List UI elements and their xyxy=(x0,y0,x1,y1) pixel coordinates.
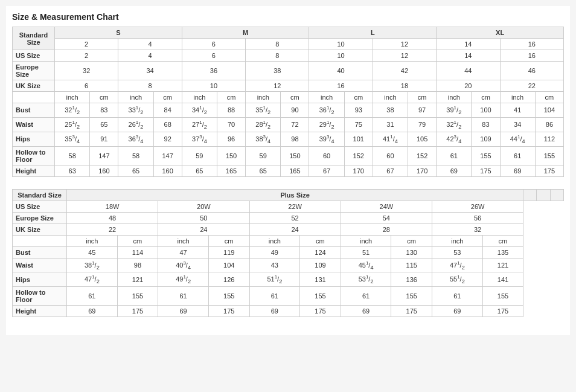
htf-59-1-inch: 59 xyxy=(182,146,217,165)
uk-22: 22 xyxy=(67,223,158,235)
hips-37.75-inch: 373/4 xyxy=(182,132,217,146)
uk-20: 20 xyxy=(437,80,500,92)
pwaist-40.75: 403/4 xyxy=(158,258,209,272)
plus-22w xyxy=(523,189,537,201)
eu-34: 34 xyxy=(118,62,182,80)
pheight-69-1: 69 xyxy=(67,306,118,317)
hips-41.25-cm: 105 xyxy=(408,132,437,146)
pwaist-109: 109 xyxy=(300,258,341,272)
us-size-label2: US Size xyxy=(13,201,67,212)
pheight-69-2: 69 xyxy=(158,306,209,317)
height-67-2-inch: 67 xyxy=(373,165,408,176)
pwaist-47.5: 471/2 xyxy=(432,258,483,272)
phips-47.5: 471/2 xyxy=(67,272,118,287)
pwaist-121: 121 xyxy=(482,258,523,272)
height-170-2-cm: 170 xyxy=(408,165,437,176)
waist-28.5-cm: 72 xyxy=(281,117,309,132)
standard-size-table: Standard Size S M L XL 2 4 6 8 10 12 14 … xyxy=(12,27,564,177)
htf-61-2-inch: 61 xyxy=(500,146,535,165)
uk-32: 32 xyxy=(432,223,523,235)
us-size-m1: 6 xyxy=(182,39,245,50)
eu-32: 32 xyxy=(55,62,118,80)
p-unit-inch-4: inch xyxy=(341,235,391,246)
waist-27.5-inch: 271/2 xyxy=(182,117,217,132)
phtf-155-5: 155 xyxy=(482,287,523,306)
pwaist-38.5: 381/2 xyxy=(67,258,118,272)
uk-size-label2: UK Size xyxy=(13,223,67,235)
hips-35.75-cm: 91 xyxy=(90,132,118,146)
p-unit-inch-3: inch xyxy=(249,235,300,246)
plus-waist-label: Waist xyxy=(13,258,67,272)
phips-53.5: 531/2 xyxy=(341,272,391,287)
hips-44.25-cm: 112 xyxy=(535,132,563,146)
plus-24w xyxy=(537,189,550,201)
us-6: 6 xyxy=(182,50,245,62)
bust-32.5-inch: 321/2 xyxy=(55,103,90,118)
height-170-1-cm: 170 xyxy=(344,165,373,176)
phips-49.5: 491/2 xyxy=(158,272,209,287)
us-10: 10 xyxy=(309,50,373,62)
p-unit-cm-2: cm xyxy=(208,235,249,246)
plus-18w: 18W xyxy=(67,201,158,212)
pheight-175-3: 175 xyxy=(300,306,341,317)
hips-44.25-inch: 441/4 xyxy=(500,132,535,146)
bust-label: Bust xyxy=(13,103,55,118)
hips-38.75-inch: 383/4 xyxy=(246,132,281,146)
us-12: 12 xyxy=(373,50,436,62)
us-size-xl2: 16 xyxy=(500,39,563,50)
height-175-2-cm: 175 xyxy=(535,165,563,176)
unit-cm-6: cm xyxy=(408,92,437,103)
eu-38: 38 xyxy=(246,62,309,80)
unit-inch-8: inch xyxy=(500,92,535,103)
p-unit-cm-5: cm xyxy=(482,235,523,246)
pbust-124: 124 xyxy=(300,246,341,258)
unit-cm-4: cm xyxy=(281,92,309,103)
phtf-155-2: 155 xyxy=(208,287,249,306)
eu-48: 48 xyxy=(67,212,158,223)
htf-152-1-cm: 152 xyxy=(344,146,373,165)
eu-40: 40 xyxy=(309,62,373,80)
bust-36.5-inch: 361/2 xyxy=(309,103,344,118)
pbust-135: 135 xyxy=(482,246,523,258)
plus-height-label: Height xyxy=(13,306,67,317)
unit-inch-1: inch xyxy=(55,92,90,103)
us-2: 2 xyxy=(55,50,118,62)
htf-147-1-cm: 147 xyxy=(90,146,118,165)
waist-25.5-inch: 251/2 xyxy=(55,117,90,132)
pheight-69-3: 69 xyxy=(249,306,300,317)
plus-htf-label: Hollow to Floor xyxy=(13,287,67,306)
p-unit-cm-4: cm xyxy=(391,235,432,246)
height-160-2-cm: 160 xyxy=(153,165,182,176)
us-16: 16 xyxy=(500,50,563,62)
height-165-2-cm: 165 xyxy=(281,165,309,176)
htf-58-1-inch: 58 xyxy=(55,146,90,165)
waist-label: Waist xyxy=(13,117,55,132)
plus-size-header: Plus Size xyxy=(67,189,523,201)
htf-60-2-inch: 60 xyxy=(373,146,408,165)
hips-38.75-cm: 98 xyxy=(281,132,309,146)
htf-59-2-inch: 59 xyxy=(246,146,281,165)
uk-28: 28 xyxy=(341,223,432,235)
uk-24: 24 xyxy=(158,223,249,235)
us-size-label: US Size xyxy=(13,50,55,62)
m-header: M xyxy=(182,27,309,39)
hips-42.75-cm: 109 xyxy=(472,132,500,146)
uk-size-label: UK Size xyxy=(13,80,55,92)
height-label: Height xyxy=(13,165,55,176)
plus-26w xyxy=(550,189,563,201)
htf-58-2-inch: 58 xyxy=(118,146,153,165)
unit-inch-5: inch xyxy=(309,92,344,103)
uk-16: 16 xyxy=(309,80,373,92)
pbust-53: 53 xyxy=(432,246,483,258)
unit-cm-3: cm xyxy=(217,92,246,103)
hips-42.75-inch: 423/4 xyxy=(437,132,472,146)
plus-bust-label: Bust xyxy=(13,246,67,258)
phips-51.5: 511/2 xyxy=(249,272,300,287)
htf-152-2-cm: 152 xyxy=(408,146,437,165)
pbust-47: 47 xyxy=(158,246,209,258)
xl-header: XL xyxy=(437,27,564,39)
unit-cm-5: cm xyxy=(344,92,373,103)
waist-31-cm: 79 xyxy=(408,117,437,132)
plus-hips-label: Hips xyxy=(13,272,67,287)
waist-29.5-cm: 75 xyxy=(344,117,373,132)
